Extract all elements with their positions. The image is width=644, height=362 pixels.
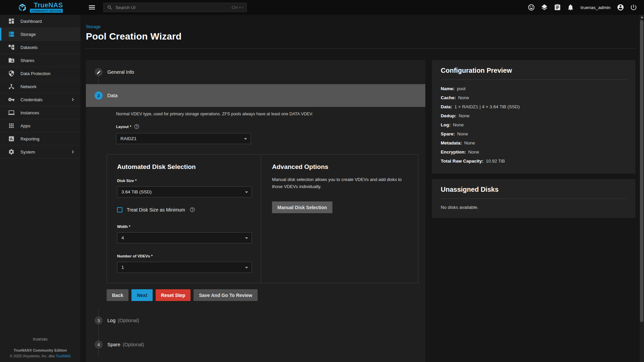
step3-circle: 3 [95,316,103,324]
help-icon[interactable] [190,207,195,213]
save-and-review-button[interactable]: Save And Go To Review [194,289,258,301]
sidebar-item-storage[interactable]: Storage [0,28,80,41]
chevron-right-icon [70,149,76,155]
config-row-log: Log:None [441,120,627,129]
search-input[interactable] [115,5,229,10]
power-icon[interactable] [630,4,637,11]
key-icon [8,96,15,103]
shield-icon [8,70,15,77]
reset-step-button[interactable]: Reset Step [156,289,191,301]
sidebar-item-instances[interactable]: Instances [0,106,80,119]
bar-chart-icon [8,135,15,142]
config-row-spare: Spare:None [441,129,627,138]
automated-disk-selection: Automated Disk Selection Disk Size * 3.6… [107,155,261,283]
truecommand-status-icon[interactable] [541,4,548,11]
advanced-section-title: Advanced Options [272,163,408,171]
sidebar-item-shares[interactable]: Shares [0,54,80,67]
sidebar-footer: truenas TrueNAS® Community Edition © 202… [0,337,80,358]
chevron-down-icon [243,188,250,196]
help-icon[interactable] [134,124,140,129]
notifications-bell-icon[interactable] [567,4,574,11]
chevron-down-icon [243,264,250,271]
chevron-down-icon [242,135,249,142]
sidebar-item-reporting[interactable]: Reporting [0,132,80,145]
config-row-metadata: Metadata:None [441,138,627,147]
chevron-right-icon [70,97,76,103]
chevron-down-icon [243,234,250,242]
topbar-actions: truenas_admin [528,4,644,11]
search-box[interactable]: Ctrl + / [103,3,247,12]
copyright: © 2025 iXsystems, Inc. dba TrueNAS [0,354,80,358]
step-connector [98,333,99,341]
sidebar-item-dashboard[interactable]: Dashboard [0,15,80,28]
step-log[interactable]: 3 Log (Optional) [86,308,425,333]
brand-name: TrueNAS [34,2,63,8]
menu-icon[interactable] [88,3,96,11]
layout-label: Layout * [116,125,131,129]
sidebar-item-system[interactable]: System [0,145,80,159]
edition-label: TrueNAS® Community Edition [0,348,80,352]
data-step-content: Normal VDEV type, used for primary stora… [86,107,425,308]
disk-size-select[interactable]: 3.64 TiB (SSD) [117,186,252,197]
truenas-logo-icon [18,3,27,12]
search-icon [107,5,113,10]
sidebar-item-data-protection[interactable]: Data Protection [0,67,80,80]
data-vdev-description: Normal VDEV type, used for primary stora… [116,112,419,116]
main-content: Storage Pool Creation Wizard General Inf… [80,15,644,362]
sidebar-item-network[interactable]: Network [0,80,80,93]
configuration-rows: Name:pool Cache:None Data:1 × RAIDZ1 | 4… [441,80,627,166]
user-avatar-icon[interactable] [617,4,624,11]
search-shortcut: Ctrl + / [232,5,243,9]
apps-grid-icon [8,122,15,129]
right-column: Configuration Preview Name:pool Cache:No… [432,60,635,218]
sidebar-item-datasets[interactable]: Datasets [0,41,80,54]
step-data-header[interactable]: 2 Data [86,84,425,107]
gear-icon [8,148,15,155]
jobs-clipboard-icon[interactable] [554,4,561,11]
datasets-tree-icon [8,44,15,51]
step-spare[interactable]: 4 Spare (Optional) [86,333,425,357]
layout-select[interactable]: RAIDZ1 [116,133,251,144]
scrollbar-thumb[interactable] [640,20,643,322]
advanced-description: Manual disk selection allows you to crea… [272,176,408,190]
vdevs-label: Number of VDEVs * [117,254,153,258]
unassigned-disks-title: Unassigned Disks [441,186,627,199]
sidebar-item-apps[interactable]: Apps [0,119,80,132]
vdevs-select[interactable]: 1 [117,262,252,273]
back-button[interactable]: Back [107,289,128,301]
configuration-preview-title: Configuration Preview [441,67,627,80]
no-disks-message: No disks available. [441,199,627,210]
width-label: Width * [117,225,130,229]
hostname: truenas [0,337,80,342]
page-title: Pool Creation Wizard [86,31,635,42]
step-connector [98,324,99,333]
breadcrumb[interactable]: Storage [86,24,101,29]
next-button[interactable]: Next [131,289,152,301]
config-row-capacity: Total Raw Capacity:10.92 TiB [441,157,627,166]
scrollbar-up-arrow[interactable] [640,15,644,19]
sidebar-item-credentials[interactable]: Credentials [0,93,80,106]
network-hub-icon [8,83,15,90]
step4-circle: 4 [95,341,103,349]
step-actions: Back Next Reset Step Save And Go To Revi… [107,289,419,301]
shares-folder-icon [8,57,15,64]
feedback-smiley-icon[interactable] [528,4,535,11]
step-connector [98,308,99,316]
brand-badge: COMMUNITY EDITION [30,9,63,13]
manual-disk-selection-button[interactable]: Manual Disk Selection [272,201,332,213]
width-select[interactable]: 4 [117,232,252,243]
page-scrollbar[interactable] [640,15,644,362]
step1-edit-circle [95,68,103,76]
title-divider [86,48,635,49]
treat-min-row: Treat Disk Size as Minimum [117,207,252,213]
config-row-encryption: Encryption:None [441,147,627,157]
truenas-logo[interactable]: TrueNAS COMMUNITY EDITION [0,2,80,13]
step2-circle: 2 [95,92,103,100]
treat-min-checkbox[interactable] [117,207,122,213]
copyright-link[interactable]: TrueNAS [56,354,71,358]
dashboard-icon [8,18,15,24]
width-field: Width * 4 [117,225,252,243]
step-general-info[interactable]: General Info [86,60,425,84]
config-row-dedup: Dedup:None [441,111,627,120]
laptop-icon [8,109,15,116]
